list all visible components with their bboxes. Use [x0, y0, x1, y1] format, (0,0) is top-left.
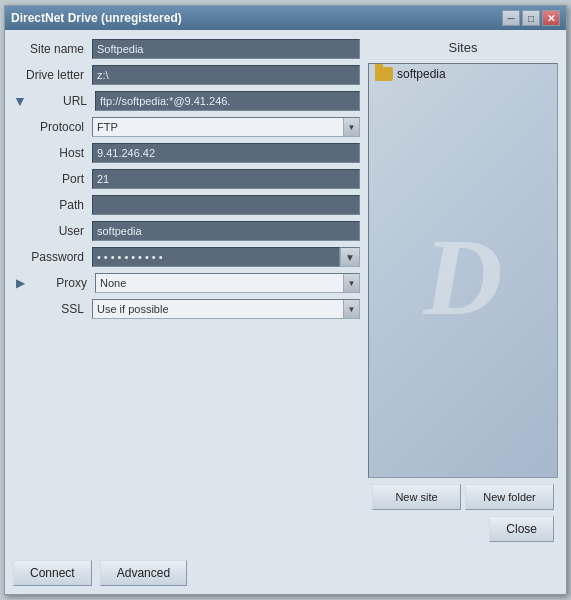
list-item[interactable]: softpedia — [369, 64, 557, 84]
url-row: ▼ URL — [13, 90, 360, 112]
url-expand-arrow[interactable]: ▼ — [13, 93, 27, 109]
site-name-input[interactable] — [92, 39, 360, 59]
url-input[interactable] — [95, 91, 360, 111]
connect-button[interactable]: Connect — [13, 560, 92, 586]
right-panel: Sites D softpedia New site New folder Cl… — [368, 38, 558, 546]
bottom-buttons: Connect Advanced — [5, 554, 566, 594]
close-row: Close — [368, 516, 558, 546]
user-row: User — [13, 220, 360, 242]
port-input[interactable] — [92, 169, 360, 189]
sites-logo: D — [423, 213, 502, 340]
drive-letter-label: Drive letter — [13, 68, 88, 82]
site-item-name: softpedia — [397, 67, 446, 81]
protocol-label: Protocol — [13, 120, 88, 134]
url-label: URL — [31, 94, 91, 108]
site-name-row: Site name — [13, 38, 360, 60]
password-input[interactable] — [92, 247, 340, 267]
host-row: Host — [13, 142, 360, 164]
title-bar: DirectNet Drive (unregistered) ─ □ ✕ — [5, 6, 566, 30]
window-content: Site name Drive letter ▼ URL Protocol FT… — [5, 30, 566, 554]
new-site-button[interactable]: New site — [372, 484, 461, 510]
site-action-buttons: New site New folder — [368, 484, 558, 510]
maximize-button[interactable]: □ — [522, 10, 540, 26]
sites-panel-title: Sites — [368, 38, 558, 57]
password-wrapper: ▼ — [92, 247, 360, 267]
window-close-button[interactable]: ✕ — [542, 10, 560, 26]
window-title: DirectNet Drive (unregistered) — [11, 11, 182, 25]
path-row: Path — [13, 194, 360, 216]
proxy-select[interactable]: None HTTP SOCKS4 SOCKS5 — [95, 273, 360, 293]
path-label: Path — [13, 198, 88, 212]
ssl-select[interactable]: Use if possible Always Never — [92, 299, 360, 319]
sites-box: D softpedia — [368, 63, 558, 478]
user-label: User — [13, 224, 88, 238]
path-input[interactable] — [92, 195, 360, 215]
site-name-label: Site name — [13, 42, 88, 56]
left-panel: Site name Drive letter ▼ URL Protocol FT… — [13, 38, 360, 546]
new-folder-button[interactable]: New folder — [465, 484, 554, 510]
main-window: DirectNet Drive (unregistered) ─ □ ✕ Sit… — [4, 5, 567, 595]
port-row: Port — [13, 168, 360, 190]
minimize-button[interactable]: ─ — [502, 10, 520, 26]
host-label: Host — [13, 146, 88, 160]
ssl-row: SSL Use if possible Always Never ▼ — [13, 298, 360, 320]
drive-letter-row: Drive letter — [13, 64, 360, 86]
protocol-select[interactable]: FTP SFTP FTPS WebDAV — [92, 117, 360, 137]
drive-letter-input[interactable] — [92, 65, 360, 85]
password-row: Password ▼ — [13, 246, 360, 268]
proxy-label: Proxy — [31, 276, 91, 290]
window-controls: ─ □ ✕ — [502, 10, 560, 26]
ssl-select-wrapper: Use if possible Always Never ▼ — [92, 299, 360, 319]
advanced-button[interactable]: Advanced — [100, 560, 187, 586]
proxy-expand-arrow[interactable]: ▶ — [13, 276, 27, 290]
proxy-select-wrapper: None HTTP SOCKS4 SOCKS5 ▼ — [95, 273, 360, 293]
protocol-select-wrapper: FTP SFTP FTPS WebDAV ▼ — [92, 117, 360, 137]
protocol-row: Protocol FTP SFTP FTPS WebDAV ▼ — [13, 116, 360, 138]
close-button[interactable]: Close — [489, 516, 554, 542]
host-input[interactable] — [92, 143, 360, 163]
proxy-row: ▶ Proxy None HTTP SOCKS4 SOCKS5 ▼ — [13, 272, 360, 294]
folder-icon — [375, 67, 393, 81]
password-label: Password — [13, 250, 88, 264]
port-label: Port — [13, 172, 88, 186]
password-toggle-button[interactable]: ▼ — [340, 247, 360, 267]
user-input[interactable] — [92, 221, 360, 241]
ssl-label: SSL — [13, 302, 88, 316]
